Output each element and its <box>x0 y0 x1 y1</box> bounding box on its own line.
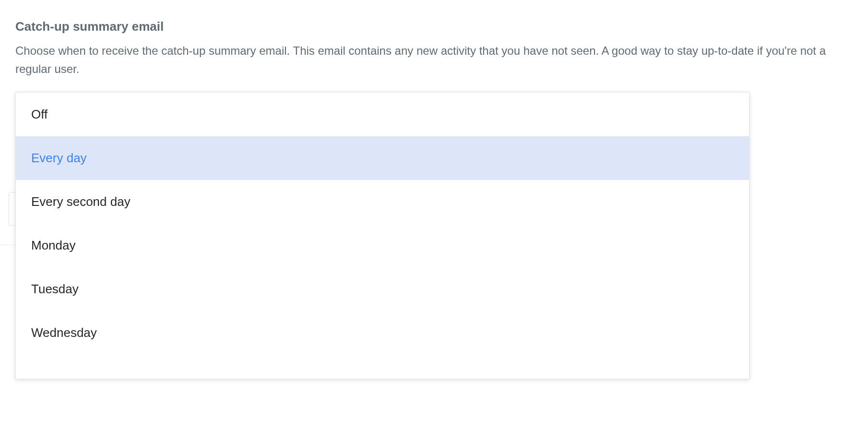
dropdown-option-label: Tuesday <box>31 282 79 296</box>
settings-section: Catch-up summary email Choose when to re… <box>0 0 868 79</box>
section-title: Catch-up summary email <box>15 19 853 34</box>
dropdown-option-label: Monday <box>31 238 76 252</box>
dropdown-option-label: Wednesday <box>31 325 97 340</box>
dropdown-option-monday[interactable]: Monday <box>16 224 749 267</box>
dropdown-option-label: Every day <box>31 151 87 165</box>
dropdown-option-wednesday[interactable]: Wednesday <box>16 311 749 355</box>
dropdown-option-tuesday[interactable]: Tuesday <box>16 267 749 311</box>
dropdown-scroll-area[interactable]: Off Every day Every second day Monday Tu… <box>16 93 749 379</box>
frequency-dropdown-panel: Off Every day Every second day Monday Tu… <box>15 92 749 379</box>
dropdown-option-label: Off <box>31 107 48 121</box>
section-description: Choose when to receive the catch-up summ… <box>15 42 853 79</box>
dropdown-option-off[interactable]: Off <box>16 93 749 136</box>
dropdown-option-every-second-day[interactable]: Every second day <box>16 180 749 224</box>
dropdown-option-label: Every second day <box>31 194 131 209</box>
dropdown-option-every-day[interactable]: Every day <box>16 136 749 180</box>
